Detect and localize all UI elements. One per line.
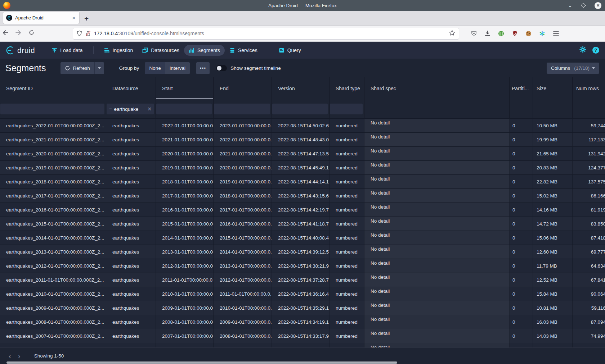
more-options-button[interactable]: •••: [196, 62, 210, 74]
column-header-segment-id[interactable]: Segment ID: [0, 77, 106, 100]
nav-services[interactable]: Services: [225, 45, 262, 56]
version-filter-input[interactable]: [272, 104, 328, 114]
druid-logo[interactable]: druid: [5, 45, 35, 55]
pocket-icon[interactable]: [471, 31, 477, 37]
cell-shard-spec: No detail: [364, 301, 510, 315]
column-header-size[interactable]: Size: [533, 77, 573, 100]
column-header-start[interactable]: Start: [156, 77, 214, 100]
menu-icon[interactable]: [553, 31, 559, 37]
column-header-num-rows[interactable]: Num rows: [573, 77, 605, 100]
back-icon[interactable]: [0, 30, 11, 37]
cell-start: 2018-01-01T00:00:00.0...: [156, 175, 214, 188]
tab-close-icon[interactable]: ×: [71, 15, 76, 21]
close-icon[interactable]: ✕: [595, 2, 601, 9]
table-row[interactable]: earthquakes_2015-01-01T00:00:00.000Z_2..…: [0, 217, 605, 231]
table-row[interactable]: earthquakes_2016-01-01T00:00:00.000Z_2..…: [0, 203, 605, 217]
cell-shard-spec: No detail: [364, 287, 510, 301]
maximize-icon[interactable]: [581, 3, 586, 8]
timeline-toggle[interactable]: [216, 65, 227, 71]
column-header-partition[interactable]: Partiti...: [510, 77, 533, 100]
start-filter-input[interactable]: [156, 104, 212, 114]
cell-shard-type: numbered: [330, 301, 364, 315]
next-page-icon[interactable]: ›: [14, 352, 24, 360]
cell-end: 2020-01-01T00:00:00.0...: [214, 161, 272, 174]
refresh-dropdown-button[interactable]: [94, 62, 104, 74]
equals-icon: =: [109, 106, 112, 112]
column-header-datasource[interactable]: Datasource: [106, 77, 156, 100]
cell-version: 2022-08-15T14:44:14.1...: [272, 175, 330, 188]
gear-icon[interactable]: [579, 46, 586, 54]
cell-end: 2022-01-01T00:00:00.0...: [214, 133, 272, 146]
refresh-button[interactable]: Refresh: [60, 62, 94, 74]
cell-version: 2022-08-15T14:41:18.7...: [272, 217, 330, 231]
cell-segment-id: earthquakes_2011-01-01T00:00:00.000Z_2..…: [0, 273, 106, 287]
cell-shard-spec: No detail: [364, 315, 510, 329]
end-filter-input[interactable]: [214, 104, 270, 114]
group-by-interval-button[interactable]: Interval: [165, 62, 190, 74]
cell-partition: 0: [510, 161, 533, 174]
table-row[interactable]: earthquakes_2021-01-01T00:00:00.000Z_2..…: [0, 132, 605, 146]
multi-account-icon[interactable]: [539, 31, 545, 37]
remove-filter-icon[interactable]: ✕: [147, 106, 152, 112]
shard-type-filter-input[interactable]: [330, 104, 363, 114]
ublock-icon[interactable]: [512, 31, 518, 37]
shield-icon[interactable]: [77, 31, 82, 36]
cell-shard-type: numbered: [330, 133, 364, 146]
privacy-badger-icon[interactable]: [498, 31, 504, 37]
nav-load-data[interactable]: Load data: [47, 45, 87, 56]
cell-end: 2017-01-01T00:00:00.0...: [214, 203, 272, 217]
column-header-shard-spec[interactable]: Shard spec: [364, 77, 510, 100]
chevron-down-icon: [98, 67, 101, 69]
cell-start: 2007-01-01T00:00:00.0...: [156, 329, 214, 343]
table-row[interactable]: earthquakes_2020-01-01T00:00:00.000Z_2..…: [0, 146, 605, 160]
cell-size: 11.79 MB: [533, 259, 573, 273]
download-icon[interactable]: [484, 31, 490, 37]
column-header-shard-type[interactable]: Shard type: [330, 77, 364, 100]
table-row[interactable]: No detail: [0, 343, 605, 347]
cookie-icon[interactable]: [525, 31, 532, 37]
cell-num-rows: 90,064: [573, 287, 605, 301]
table-row[interactable]: earthquakes_2019-01-01T00:00:00.000Z_2..…: [0, 160, 605, 174]
bookmark-star-icon[interactable]: [449, 30, 455, 37]
url-text[interactable]: 172.18.0.4:30109/unified-console.html#se…: [94, 31, 449, 36]
table-row[interactable]: earthquakes_2010-01-01T00:00:00.000Z_2..…: [0, 287, 605, 301]
nav-ingestion[interactable]: Ingestion: [99, 45, 138, 56]
table-row[interactable]: earthquakes_2017-01-01T00:00:00.000Z_2..…: [0, 188, 605, 203]
column-header-version[interactable]: Version: [272, 77, 330, 100]
cell-version: 2022-08-15T14:45:49.1...: [272, 161, 330, 174]
lock-crossed-icon[interactable]: [85, 31, 91, 36]
columns-button[interactable]: Columns(17/18): [547, 63, 599, 74]
filter-cell: [272, 100, 330, 118]
cell-shard-spec: No detail: [364, 217, 510, 231]
minimize-icon[interactable]: ⌄: [568, 3, 572, 8]
cell-num-rows: 87,094: [573, 315, 605, 329]
table-row[interactable]: earthquakes_2011-01-01T00:00:00.000Z_2..…: [0, 273, 605, 287]
horizontal-scrollbar[interactable]: [6, 361, 397, 364]
table-row[interactable]: earthquakes_2008-01-01T00:00:00.000Z_2..…: [0, 315, 605, 329]
column-header-end[interactable]: End: [214, 77, 272, 100]
nav-segments[interactable]: Segments: [184, 45, 225, 56]
nav-query[interactable]: Query: [274, 45, 306, 56]
table-row[interactable]: earthquakes_2014-01-01T00:00:00.000Z_2..…: [0, 231, 605, 245]
cell-shard-spec: No detail: [364, 161, 510, 174]
table-row[interactable]: earthquakes_2018-01-01T00:00:00.000Z_2..…: [0, 174, 605, 188]
forward-icon[interactable]: [13, 30, 24, 37]
table-row[interactable]: earthquakes_2013-01-01T00:00:00.000Z_2..…: [0, 245, 605, 259]
segment-id-filter-input[interactable]: [0, 104, 104, 114]
datasource-filter-input[interactable]: = earthquake ✕: [107, 104, 154, 114]
new-tab-button[interactable]: +: [84, 15, 89, 22]
nav-datasources[interactable]: Datasources: [138, 45, 184, 56]
table-row[interactable]: earthquakes_2009-01-01T00:00:00.000Z_2..…: [0, 301, 605, 315]
cell-start: 2022-01-01T00:00:00.0...: [156, 119, 214, 132]
group-by-none-button[interactable]: None: [145, 62, 165, 74]
reload-icon[interactable]: [26, 30, 37, 37]
refresh-label: Refresh: [73, 65, 90, 71]
table-row[interactable]: earthquakes_2007-01-01T00:00:00.000Z_2..…: [0, 329, 605, 343]
help-icon[interactable]: ?: [592, 47, 599, 54]
url-bar[interactable]: 172.18.0.4:30109/unified-console.html#se…: [73, 28, 459, 40]
table-row[interactable]: earthquakes_2012-01-01T00:00:00.000Z_2..…: [0, 259, 605, 273]
cell-datasource: earthquakes: [106, 329, 156, 343]
prev-page-icon[interactable]: ‹: [5, 352, 14, 360]
table-row[interactable]: earthquakes_2022-01-01T00:00:00.000Z_2..…: [0, 118, 605, 132]
tab-apache-druid[interactable]: Apache Druid ×: [3, 12, 79, 24]
